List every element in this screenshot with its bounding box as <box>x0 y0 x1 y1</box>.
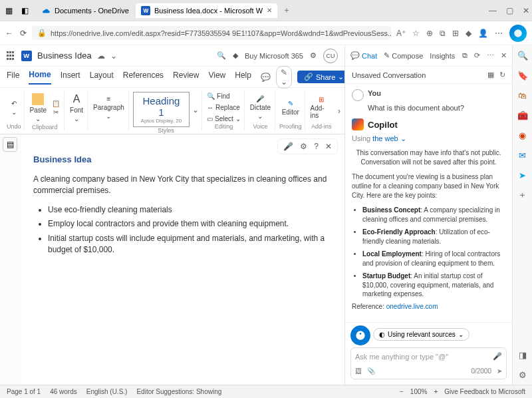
settings-icon[interactable]: ⚙ <box>310 51 317 60</box>
tab-layout[interactable]: Layout <box>90 71 114 84</box>
ext2-icon[interactable]: ◆ <box>466 29 471 38</box>
help-icon[interactable]: ? <box>314 142 319 151</box>
svg-point-2 <box>514 29 522 37</box>
reference-link[interactable]: onedrive.live.com <box>386 303 438 310</box>
back-icon[interactable]: ← <box>5 29 13 38</box>
source-selector[interactable]: ◐ Using relevant sources ⌄ <box>373 328 469 341</box>
document-canvas[interactable]: 🎤 ⚙ ? ✕ Business Idea A cleaning company… <box>21 134 344 385</box>
send-icon[interactable]: ➤ <box>517 169 529 181</box>
close-icon[interactable]: ✕ <box>267 7 272 14</box>
styles-more[interactable]: ⌄ <box>192 105 199 114</box>
comments-icon[interactable]: 💬 <box>261 73 271 82</box>
refresh-icon[interactable]: ⟳ <box>474 51 480 60</box>
feedback-link[interactable]: Give Feedback to Microsoft <box>444 388 525 395</box>
buy-m365-link[interactable]: Buy Microsoft 365 <box>245 52 303 60</box>
tab-review[interactable]: Review <box>173 71 199 84</box>
chevron-down-icon[interactable]: ⌄ <box>110 51 117 61</box>
close-icon[interactable]: ✕ <box>523 6 529 15</box>
status-lang[interactable]: English (U.S.) <box>86 388 128 395</box>
clipboard-more[interactable]: 📋✂ <box>51 99 61 117</box>
favorite-icon[interactable]: ☆ <box>412 29 420 38</box>
mic-icon[interactable]: 🎤 <box>283 142 293 151</box>
tab-actions-icon[interactable]: ▦ <box>3 5 15 17</box>
search-icon[interactable]: 🔍 <box>517 49 529 61</box>
send-icon[interactable]: ➤ <box>497 367 502 375</box>
extensions-icon[interactable]: ⊞ <box>452 29 459 38</box>
copilot-tab-compose[interactable]: ✎ Compose <box>384 51 423 60</box>
paste-button[interactable]: Paste⌄ <box>29 92 49 124</box>
toggle-sidebar-icon[interactable]: ◨ <box>517 349 529 361</box>
find-button[interactable]: 🔍 Find <box>206 92 230 100</box>
browser-tab[interactable]: Documents - OneDrive <box>36 3 134 18</box>
replace-button[interactable]: ↔ Replace <box>206 103 241 112</box>
search-icon[interactable]: 🔍 <box>217 51 226 60</box>
zoom-out-icon[interactable]: − <box>400 388 404 395</box>
close-icon[interactable]: ✕ <box>325 142 332 151</box>
select-button[interactable]: ▭ Select ⌄ <box>206 114 241 123</box>
office-icon[interactable]: ◉ <box>517 129 529 141</box>
open-icon[interactable]: ⧉ <box>462 51 467 60</box>
group-voice: Voice <box>253 123 267 130</box>
undo-button[interactable]: ↶⌄ <box>10 99 18 117</box>
tab-home[interactable]: Home <box>29 70 51 85</box>
nav-pane-icon[interactable]: ▤ <box>3 137 17 152</box>
tools-icon[interactable]: 🧰 <box>517 109 529 121</box>
maximize-icon[interactable]: ▢ <box>506 6 513 15</box>
share-button[interactable]: 🔗 Share ⌄ <box>297 71 350 83</box>
tab-file[interactable]: File <box>7 71 19 84</box>
status-words[interactable]: 46 words <box>50 388 77 395</box>
collections-icon[interactable]: ⊕ <box>426 29 433 38</box>
tab-view[interactable]: View <box>208 71 225 84</box>
new-tab-icon[interactable]: ＋ <box>283 5 291 16</box>
attach-icon[interactable]: 📎 <box>367 367 375 375</box>
copilot-tab-chat[interactable]: 💬 Chat <box>350 51 377 60</box>
group-proofing: Proofing <box>279 123 302 130</box>
status-suggestions[interactable]: Editor Suggestions: Showing <box>136 388 221 395</box>
gear-icon[interactable]: ⚙ <box>300 142 307 151</box>
tab-insert[interactable]: Insert <box>61 71 80 84</box>
shopping-icon[interactable]: 🛍 <box>517 89 529 101</box>
ribbon-overflow[interactable]: › <box>338 106 340 116</box>
close-icon[interactable]: ✕ <box>501 51 507 60</box>
browser-tab-active[interactable]: W Business Idea.docx - Microsoft W ✕ <box>136 3 277 18</box>
app-launcher-icon[interactable] <box>7 51 16 61</box>
profile-icon[interactable]: 👤 <box>478 29 488 38</box>
url-input[interactable]: 🔒 https://onedrive.live.com/edit.aspx?re… <box>32 26 391 40</box>
workspace-icon[interactable]: ◧ <box>19 5 31 17</box>
avatar[interactable]: CU <box>323 49 338 63</box>
copilot-tab-insights[interactable]: Insights <box>430 52 455 60</box>
zoom-level[interactable]: 100% <box>410 388 428 395</box>
settings-icon[interactable]: ⚙ <box>517 369 529 381</box>
font-button[interactable]: AFont⌄ <box>68 92 84 124</box>
edit-mode-icon[interactable]: ✎ ⌄ <box>276 66 292 89</box>
using-link[interactable]: the web <box>372 134 398 142</box>
style-heading1[interactable]: Heading 1 Aptos Display, 20 <box>133 92 190 127</box>
copilot-input[interactable]: Ask me anything or type "@" 🎤 🖼 📎 0/2000… <box>350 347 507 379</box>
outlook-icon[interactable]: ✉ <box>517 149 529 161</box>
refresh-icon[interactable]: ⟳ <box>20 29 27 38</box>
addins-button[interactable]: ⊞Add-ins <box>309 95 334 120</box>
paragraph-button[interactable]: ≡Paragraph⌄ <box>92 94 126 121</box>
read-aloud-icon[interactable]: A⁺ <box>396 29 406 38</box>
mic-icon[interactable]: 🎤 <box>493 352 502 361</box>
doc-title[interactable]: Business Idea <box>37 51 92 61</box>
zoom-in-icon[interactable]: + <box>434 388 438 395</box>
status-page[interactable]: Page 1 of 1 <box>7 388 41 395</box>
tab-references[interactable]: References <box>123 71 164 84</box>
split-icon[interactable]: ⧉ <box>440 29 446 38</box>
copilot-toggle-icon[interactable] <box>509 25 527 42</box>
grid-icon[interactable]: ▦ <box>487 71 494 79</box>
tag-icon[interactable]: 🔖 <box>517 69 529 81</box>
menu-icon[interactable]: ⋯ <box>495 29 503 38</box>
minimize-icon[interactable]: — <box>489 6 497 15</box>
dictate-button[interactable]: 🎤Dictate⌄ <box>249 94 272 121</box>
add-icon[interactable]: ＋ <box>517 189 529 201</box>
more-icon[interactable]: ⋯ <box>487 51 494 60</box>
history-icon[interactable]: ↻ <box>499 71 505 79</box>
chevron-down-icon[interactable]: ⌄ <box>400 134 406 142</box>
image-icon[interactable]: 🖼 <box>355 367 362 375</box>
tab-help[interactable]: Help <box>235 71 251 84</box>
copilot-fab-icon[interactable] <box>350 325 370 345</box>
copilot-conversation: You What is this document about? Copilot… <box>345 84 512 322</box>
editor-button[interactable]: ✎Editor <box>281 99 301 117</box>
